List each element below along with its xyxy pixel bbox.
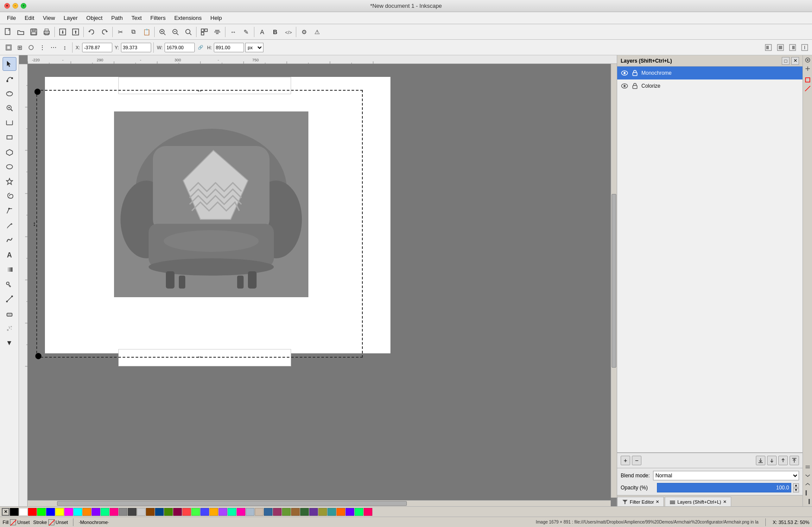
- palette-color[interactable]: [200, 508, 209, 516]
- minimize-button[interactable]: −: [13, 3, 18, 9]
- eraser-tool[interactable]: [3, 307, 16, 321]
- palette-color[interactable]: [318, 508, 327, 516]
- palette-color[interactable]: [300, 508, 309, 516]
- scrollbar-thumb-h[interactable]: [57, 501, 407, 506]
- rtool-7[interactable]: [804, 480, 812, 488]
- print-button[interactable]: [41, 26, 53, 38]
- align-left-btn[interactable]: [763, 42, 774, 53]
- rect-tool[interactable]: [3, 130, 16, 144]
- maximize-button[interactable]: +: [21, 3, 26, 9]
- layers-tab-close[interactable]: ✕: [723, 499, 726, 504]
- layer-to-top-button[interactable]: [790, 456, 799, 465]
- lock-ratio-button[interactable]: 🔗: [196, 43, 205, 52]
- palette-color[interactable]: [92, 508, 100, 516]
- palette-color[interactable]: [28, 508, 37, 516]
- edit-nodes-button[interactable]: ✎: [240, 26, 252, 38]
- calligraphy-tool[interactable]: [3, 233, 16, 247]
- menu-object[interactable]: Object: [83, 13, 106, 22]
- distribute-btn[interactable]: [799, 42, 810, 53]
- palette-color[interactable]: [336, 508, 345, 516]
- vertical-scrollbar[interactable]: [611, 64, 617, 498]
- rtool-2[interactable]: [804, 65, 812, 73]
- palette-color[interactable]: [291, 508, 300, 516]
- snap-btn3[interactable]: [26, 42, 36, 53]
- tweak-tool[interactable]: [3, 86, 16, 100]
- menu-path[interactable]: Path: [108, 13, 126, 22]
- select-tool[interactable]: [3, 57, 16, 71]
- palette-color[interactable]: [82, 508, 91, 516]
- palette-color[interactable]: [346, 508, 354, 516]
- opacity-input[interactable]: [657, 483, 791, 492]
- layer-up-button[interactable]: [778, 456, 788, 465]
- spiral-tool[interactable]: [3, 189, 16, 203]
- palette-color[interactable]: [309, 508, 318, 516]
- rtool-9[interactable]: [804, 498, 812, 505]
- palette-color[interactable]: [37, 508, 46, 516]
- palette-color[interactable]: [255, 508, 263, 516]
- close-button[interactable]: ✕: [4, 3, 10, 9]
- palette-color[interactable]: [128, 508, 136, 516]
- palette-color[interactable]: [55, 508, 64, 516]
- layers-panel-maximize[interactable]: □: [782, 57, 790, 65]
- remove-layer-button[interactable]: −: [632, 456, 641, 465]
- gradient-tool[interactable]: [3, 263, 16, 276]
- opacity-down[interactable]: ▼: [793, 488, 799, 492]
- h-input[interactable]: [214, 43, 244, 52]
- zoom-in-button[interactable]: [156, 26, 168, 38]
- measure-tool[interactable]: [3, 116, 16, 130]
- import-button[interactable]: ⬇: [57, 26, 69, 38]
- palette-color[interactable]: [209, 508, 218, 516]
- zoom-tool[interactable]: [3, 101, 16, 115]
- zoom-out-button[interactable]: [169, 26, 181, 38]
- rtool-4[interactable]: [804, 85, 812, 92]
- scrollbar-thumb-v[interactable]: [612, 194, 616, 368]
- palette-color[interactable]: [19, 508, 28, 516]
- pref-button[interactable]: ⚙: [298, 26, 310, 38]
- menu-filters[interactable]: Filters: [147, 13, 169, 22]
- save-button[interactable]: [28, 26, 40, 38]
- layers-tab[interactable]: Layers (Shift+Ctrl+L) ✕: [665, 497, 731, 506]
- zoom-fit-button[interactable]: [182, 26, 194, 38]
- palette-color[interactable]: [146, 508, 155, 516]
- snap-btn2[interactable]: ⊞: [15, 42, 25, 53]
- palette-color[interactable]: [137, 508, 146, 516]
- snap-btn1[interactable]: [3, 42, 14, 53]
- palette-color[interactable]: [364, 508, 372, 516]
- no-color-swatch[interactable]: ✕: [2, 508, 10, 516]
- circle-tool[interactable]: [3, 160, 16, 174]
- canvas-inner[interactable]: ⬤ ↔ ↕ ⬤ ↔: [28, 64, 611, 500]
- palette-color[interactable]: [73, 508, 82, 516]
- menu-help[interactable]: Help: [207, 13, 225, 22]
- opacity-up[interactable]: ▲: [793, 483, 799, 488]
- layers-panel-close[interactable]: ✕: [791, 57, 799, 65]
- undo-button[interactable]: [86, 26, 98, 38]
- text-tool[interactable]: A: [3, 248, 16, 262]
- rtool-1[interactable]: [804, 56, 812, 64]
- transform-button[interactable]: ↔: [227, 26, 239, 38]
- palette-color[interactable]: [101, 508, 109, 516]
- xml-editor[interactable]: </>: [282, 26, 294, 38]
- palette-color[interactable]: [191, 508, 200, 516]
- layer-eye-monochrome[interactable]: [621, 69, 628, 77]
- expand-tool[interactable]: ▼: [3, 336, 16, 350]
- palette-color[interactable]: [282, 508, 291, 516]
- menu-text[interactable]: Text: [128, 13, 145, 22]
- rtool-6[interactable]: [804, 472, 812, 479]
- layer-eye-colorize[interactable]: [621, 82, 628, 90]
- menu-edit[interactable]: Edit: [21, 13, 38, 22]
- snap-btn5[interactable]: ⋯: [48, 42, 59, 53]
- redo-button[interactable]: [98, 26, 111, 38]
- cut-button[interactable]: ✂: [114, 26, 127, 38]
- stroke-swatch[interactable]: [48, 519, 54, 525]
- node-tool[interactable]: [3, 72, 16, 86]
- filter-editor-tab[interactable]: Filter Editor ✕: [617, 497, 664, 506]
- palette-color[interactable]: [273, 508, 282, 516]
- export-button[interactable]: ⬆: [70, 26, 82, 38]
- font-bold[interactable]: B: [269, 26, 281, 38]
- unit-select[interactable]: px mm cm in: [245, 43, 263, 52]
- align-button[interactable]: [211, 26, 223, 38]
- horizontal-scrollbar[interactable]: [28, 500, 611, 506]
- snap-btn4[interactable]: ⋮: [37, 42, 48, 53]
- layer-down-button[interactable]: [767, 456, 777, 465]
- paste-button[interactable]: 📋: [140, 26, 152, 38]
